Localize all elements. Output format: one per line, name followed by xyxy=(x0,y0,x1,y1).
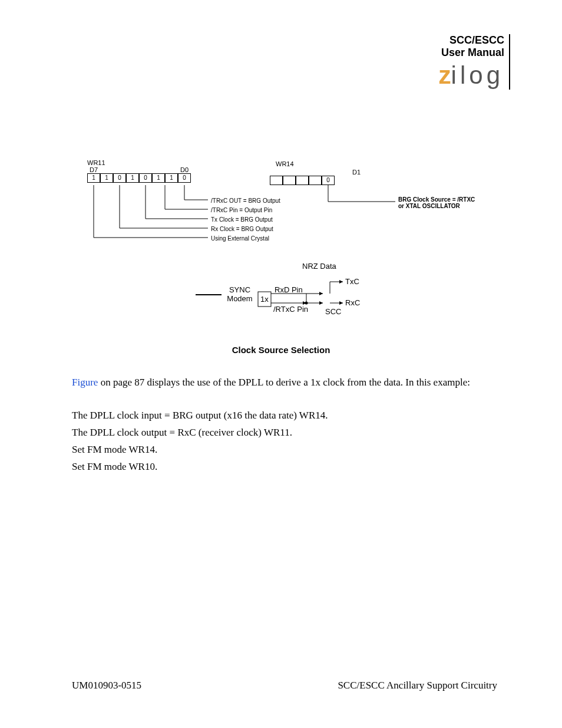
logo-accent-letter: z xyxy=(439,61,451,89)
wr11-note-3: Rx Clock = BRG Output xyxy=(211,225,280,234)
body-line-3: The DPLL clock output = RxC (receiver cl… xyxy=(72,426,496,440)
footer-section-title: SCC/ESCC Ancillary Support Circuitry xyxy=(338,680,497,691)
wr14-bit-blank-3 xyxy=(283,176,296,185)
wr14-note: BRG Clock Source = /RTXC or XTAL OSCILLA… xyxy=(398,196,475,209)
svg-marker-26 xyxy=(339,280,343,284)
txc-label: TxC xyxy=(345,277,359,286)
body-p1-rest: on page 87 displays the use of the DPLL … xyxy=(98,377,470,388)
one-x-label: 1x xyxy=(260,295,269,304)
sync-modem-label-2: Modem xyxy=(227,294,252,303)
wr11-note-2: Tx Clock = BRG Output xyxy=(211,215,280,225)
header-vertical-rule xyxy=(509,34,510,90)
zilog-logo: zilog xyxy=(439,61,504,90)
wr14-bit-blank-1 xyxy=(309,176,322,185)
wr14-bit-0: 0 xyxy=(322,176,335,185)
svg-marker-16 xyxy=(319,292,323,295)
wr11-bit-7: 1 xyxy=(87,173,100,183)
figure-caption: Clock Source Selection xyxy=(0,345,562,355)
wr11-bit-5: 0 xyxy=(113,173,126,183)
footer-doc-number: UM010903-0515 xyxy=(72,680,141,691)
rtxc-pin-label: /RTxC Pin xyxy=(273,305,308,314)
wr11-bit-4: 1 xyxy=(126,173,139,183)
wr14-lsb-label: D1 xyxy=(352,169,361,176)
svg-marker-28 xyxy=(339,301,343,305)
rxc-label: RxC xyxy=(345,298,360,307)
sync-modem-label-1: SYNC xyxy=(229,285,250,294)
scc-label: SCC xyxy=(325,307,341,316)
wr11-bit-0: 0 xyxy=(178,173,191,183)
wr11-bit-1: 1 xyxy=(165,173,178,183)
wr11-msb-label: D7 xyxy=(90,166,98,173)
wr11-leader-lines xyxy=(87,185,211,250)
wr14-bit-blank-4 xyxy=(270,176,283,185)
wr11-note-0: /TRxC OUT = BRG Output xyxy=(211,196,280,206)
logo-rest: ilog xyxy=(451,61,504,89)
figure-cross-reference[interactable]: Figure xyxy=(72,377,98,388)
body-paragraph-1: Figure on page 87 displays the use of th… xyxy=(72,375,496,390)
clock-source-figure: WR11 D7 D0 1 1 0 1 0 1 1 0 WR14 0 D1 xyxy=(87,159,494,330)
wr11-note-1: /TRxC Pin = Output Pin xyxy=(211,206,280,215)
wr14-leader-line xyxy=(322,185,398,209)
svg-marker-22 xyxy=(319,301,323,305)
wr14-label: WR14 xyxy=(276,160,335,167)
body-line-4: Set FM mode WR14. xyxy=(72,443,496,457)
doc-title-line2: User Manual xyxy=(441,47,504,59)
wr11-bit-3: 0 xyxy=(139,173,152,183)
wr11-bit-2: 1 xyxy=(152,173,165,183)
body-line-5: Set FM mode WR10. xyxy=(72,460,496,474)
doc-header: SCC/ESCC User Manual xyxy=(441,34,504,59)
wr11-bit-6: 1 xyxy=(100,173,113,183)
wr11-note-4: Using External Crystal xyxy=(211,234,280,243)
rxd-pin-label: RxD Pin xyxy=(275,285,303,294)
body-line-2: The DPLL clock input = BRG output (x16 t… xyxy=(72,409,496,423)
doc-title-line1: SCC/ESCC xyxy=(441,34,504,47)
wr11-label: WR11 xyxy=(87,159,191,166)
wr11-lsb-label: D0 xyxy=(180,166,189,173)
wr14-bit-blank-2 xyxy=(296,176,309,185)
